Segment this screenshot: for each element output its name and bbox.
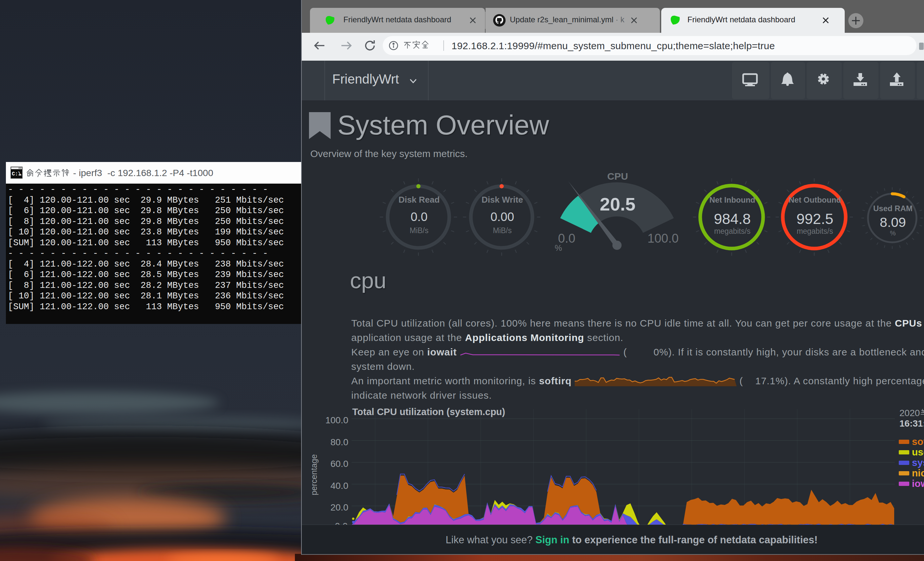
svg-text:C:\: C:\ bbox=[12, 171, 21, 177]
